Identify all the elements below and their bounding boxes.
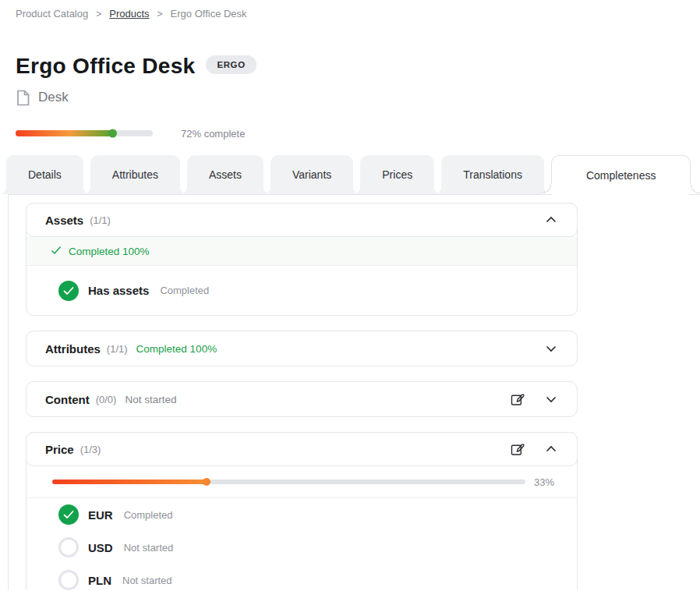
tab-bar: Details Attributes Assets Variants Price…	[0, 155, 700, 194]
currency-status: Not started	[122, 575, 172, 586]
edit-icon[interactable]	[509, 391, 525, 408]
check-icon	[51, 245, 62, 258]
section-count: (1/1)	[90, 214, 111, 226]
product-sku-badge: ERGO	[206, 55, 256, 74]
overall-completeness-bar: 72% complete	[16, 129, 700, 137]
tab-prices[interactable]: Prices	[360, 155, 434, 194]
section-status: Completed 100%	[136, 343, 217, 355]
price-item-usd: USD Not started	[27, 531, 577, 564]
price-item-pln: PLN Not started	[27, 564, 577, 590]
tab-assets[interactable]: Assets	[187, 155, 263, 194]
completeness-item-name: Has assets	[88, 284, 149, 297]
empty-circle-icon	[58, 570, 79, 590]
tab-variants[interactable]: Variants	[270, 155, 353, 194]
price-item-eur: EUR Completed	[27, 498, 577, 531]
section-assets: Assets (1/1) Completed 100% Has assets C…	[26, 203, 578, 316]
section-price: Price (1/3) 33%	[26, 432, 578, 590]
completeness-panel: Assets (1/1) Completed 100% Has assets C…	[8, 194, 700, 590]
document-icon	[16, 90, 30, 106]
section-title: Price	[45, 443, 74, 456]
check-circle-icon	[58, 504, 79, 525]
price-progress-label: 33%	[532, 476, 554, 488]
currency-status: Not started	[124, 542, 174, 554]
currency-status: Completed	[124, 509, 173, 521]
section-title: Attributes	[45, 342, 101, 356]
section-attributes-header[interactable]: Attributes (1/1) Completed 100%	[27, 331, 577, 366]
title-row: Ergo Office Desk ERGO	[16, 55, 700, 77]
section-status: Not started	[125, 394, 176, 405]
section-count: (1/1)	[107, 343, 128, 355]
assets-summary-row: Completed 100%	[27, 237, 577, 266]
tab-attributes[interactable]: Attributes	[90, 155, 180, 194]
section-content: Content (0/0) Not started	[26, 381, 578, 417]
page-title: Ergo Office Desk	[16, 55, 195, 77]
tab-translations[interactable]: Translations	[441, 155, 544, 194]
breadcrumb-products-link[interactable]: Products	[109, 8, 149, 19]
section-count: (1/3)	[80, 444, 101, 455]
price-progress-fill	[52, 480, 208, 484]
edit-icon[interactable]	[509, 441, 525, 458]
section-price-header[interactable]: Price (1/3)	[26, 432, 578, 466]
chevron-down-icon[interactable]	[544, 342, 558, 356]
section-attributes: Attributes (1/1) Completed 100%	[26, 331, 578, 366]
check-circle-icon	[58, 281, 79, 301]
section-title: Content	[45, 393, 90, 406]
assets-summary-label: Completed 100%	[69, 246, 150, 257]
product-type-label: Desk	[38, 90, 69, 105]
tab-details[interactable]: Details	[6, 155, 83, 194]
assets-item-has-assets: Has assets Completed	[27, 266, 577, 315]
progress-fill	[16, 130, 115, 136]
section-assets-header[interactable]: Assets (1/1)	[26, 203, 578, 237]
breadcrumb-current-page: Ergo Office Desk	[171, 8, 247, 19]
section-content-header[interactable]: Content (0/0) Not started	[27, 382, 577, 416]
chevron-up-icon[interactable]	[544, 213, 558, 227]
overall-progress-label: 72% complete	[181, 128, 245, 140]
breadcrumb-separator: >	[96, 9, 101, 19]
completeness-item-status: Completed	[160, 285, 209, 296]
currency-name: USD	[88, 541, 113, 554]
currency-name: PLN	[88, 574, 111, 587]
progress-track	[16, 130, 153, 136]
empty-circle-icon	[58, 537, 79, 557]
price-progress-row: 33%	[27, 466, 577, 498]
chevron-down-icon[interactable]	[544, 392, 558, 406]
currency-name: EUR	[88, 508, 113, 522]
breadcrumb-product-catalog[interactable]: Product Catalog	[16, 8, 88, 19]
section-count: (0/0)	[96, 394, 117, 405]
product-type-row: Desk	[16, 89, 700, 106]
breadcrumb: Product Catalog > Products > Ergo Office…	[0, 0, 700, 19]
chevron-up-icon[interactable]	[544, 442, 558, 456]
tab-completeness[interactable]: Completeness	[551, 155, 691, 195]
section-title: Assets	[45, 214, 83, 227]
price-progress-track	[52, 480, 525, 484]
breadcrumb-separator: >	[157, 9, 163, 19]
